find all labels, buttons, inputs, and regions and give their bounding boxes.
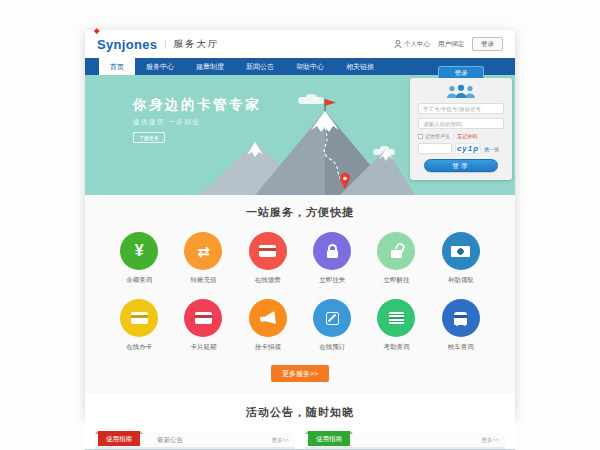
logo-dot-icon	[94, 28, 99, 33]
captcha-image[interactable]: cy1p	[455, 143, 481, 154]
service-item[interactable]: 卡片延期	[171, 299, 235, 352]
remember-label: 记住用户名	[425, 133, 450, 139]
user-bind-link[interactable]: 用户绑定	[438, 40, 464, 49]
hero-banner: 你身边的卡管专家 提供捷径 一步到位 了解更多	[85, 75, 515, 195]
transfer-icon: ⇄	[197, 244, 210, 259]
service-label: 补助领取	[448, 276, 474, 285]
list-icon	[389, 312, 404, 324]
service-label: 考勤查询	[383, 343, 409, 352]
nav-item[interactable]: 服务中心	[135, 58, 185, 75]
password-input[interactable]	[418, 118, 504, 129]
username-input[interactable]	[418, 103, 504, 114]
service-item[interactable]: 在线办卡	[107, 299, 171, 352]
card-icon	[131, 312, 148, 324]
service-item[interactable]: 补助领取	[429, 232, 493, 285]
remember-checkbox[interactable]	[418, 134, 423, 139]
divider: |	[453, 133, 454, 139]
services-section: 一站服务，方便快捷 ¥ 余额查询 ⇄ 转账充值	[85, 195, 515, 394]
service-label: 在线缴费	[255, 276, 281, 285]
card-icon	[195, 312, 212, 324]
brand-logo: Synjones	[97, 37, 157, 52]
tab-latest-announcements[interactable]: 最新公告	[157, 433, 183, 447]
site-header: Synjones | 服务大厅 个人中心 用户绑定 登录	[85, 30, 515, 58]
lock-icon	[327, 250, 338, 258]
service-item[interactable]: 考勤查询	[364, 299, 428, 352]
person-icon	[394, 40, 402, 48]
nav-item[interactable]: 新闻公告	[235, 58, 285, 75]
announcements-section: 活动公告，随时知晓 使用指南 最新公告 更多>> 使用指南 更多>>	[85, 394, 515, 450]
announcements-title: 活动公告，随时知晓	[85, 405, 515, 420]
service-item[interactable]: 在线预订	[300, 299, 364, 352]
nav-item[interactable]: 相关链接	[335, 58, 385, 75]
service-label: 立即解挂	[383, 276, 409, 285]
service-label: 校车查询	[448, 343, 474, 352]
users-icon	[444, 84, 478, 99]
service-item[interactable]: 立即解挂	[364, 232, 428, 285]
header-login-button[interactable]: 登录	[472, 37, 503, 51]
services-grid: ¥ 余额查询 ⇄ 转账充值 在线缴费	[107, 232, 493, 352]
captcha-row: cy1p 换一张	[418, 143, 504, 154]
forgot-password-link[interactable]: 忘记密码	[457, 133, 477, 139]
service-item[interactable]: ¥ 余额查询	[107, 232, 171, 285]
service-label: 在线办卡	[126, 343, 152, 352]
service-label: 余额查询	[126, 276, 152, 285]
mountains-illustration	[200, 97, 415, 195]
captcha-refresh-link[interactable]: 换一张	[484, 146, 499, 152]
logo-divider: |	[164, 39, 166, 49]
nav-item[interactable]: 规章制度	[185, 58, 235, 75]
site-mockup: Synjones | 服务大厅 个人中心 用户绑定 登录	[85, 30, 515, 418]
personal-center-link[interactable]: 个人中心	[394, 40, 430, 49]
bus-icon	[454, 312, 467, 325]
announcement-panel-left: 使用指南 最新公告 更多>>	[95, 433, 295, 449]
service-item[interactable]: 拾卡招领	[236, 299, 300, 352]
site-name: 服务大厅	[174, 38, 220, 51]
tab-usage-guide-right[interactable]: 使用指南	[308, 431, 350, 446]
logo: Synjones | 服务大厅	[97, 37, 220, 52]
service-label: 卡片延期	[190, 343, 216, 352]
lock-open-icon	[391, 250, 402, 258]
megaphone-icon	[259, 310, 277, 325]
header-user-area: 个人中心 用户绑定 登录	[394, 37, 503, 51]
captcha-input[interactable]	[418, 143, 452, 154]
remember-row: 记住用户名 | 忘记密码	[418, 133, 504, 139]
banknote-icon	[451, 246, 470, 257]
service-label: 立即挂失	[319, 276, 345, 285]
services-title: 一站服务，方便快捷	[107, 205, 493, 220]
announcement-panel-right: 使用指南 更多>>	[305, 433, 505, 449]
more-link[interactable]: 更多>>	[482, 433, 499, 447]
login-panel: 登录 记住用户名 |	[410, 66, 512, 180]
tab-usage-guide-left[interactable]: 使用指南	[98, 431, 140, 446]
login-tab[interactable]: 登录	[438, 66, 484, 78]
service-item[interactable]: 在线缴费	[236, 232, 300, 285]
hero-cta-button[interactable]: 了解更多	[133, 132, 165, 143]
announcement-panels: 使用指南 最新公告 更多>> 使用指南 更多>>	[85, 433, 515, 449]
user-bind-label: 用户绑定	[438, 40, 464, 49]
login-form: 记住用户名 | 忘记密码 cy1p 换一张 登录	[410, 78, 512, 180]
service-label: 转账充值	[190, 276, 216, 285]
yen-icon: ¥	[135, 243, 144, 259]
nav-item[interactable]: 帮助中心	[285, 58, 335, 75]
card-icon	[259, 245, 276, 257]
personal-center-label: 个人中心	[404, 40, 430, 49]
service-label: 在线预订	[319, 343, 345, 352]
service-item[interactable]: ⇄ 转账充值	[171, 232, 235, 285]
more-link[interactable]: 更多>>	[272, 433, 289, 447]
more-services-button[interactable]: 更多服务>>	[271, 365, 329, 382]
nav-item[interactable]: 首页	[99, 58, 135, 75]
hero-subtitle: 提供捷径 一步到位	[133, 118, 200, 127]
service-item[interactable]: 校车查询	[429, 299, 493, 352]
service-label: 拾卡招领	[255, 343, 281, 352]
login-submit-button[interactable]: 登录	[424, 159, 498, 172]
service-item[interactable]: 立即挂失	[300, 232, 364, 285]
edit-icon	[326, 312, 339, 325]
screenshot-canvas: Synjones | 服务大厅 个人中心 用户绑定 登录	[0, 0, 600, 450]
